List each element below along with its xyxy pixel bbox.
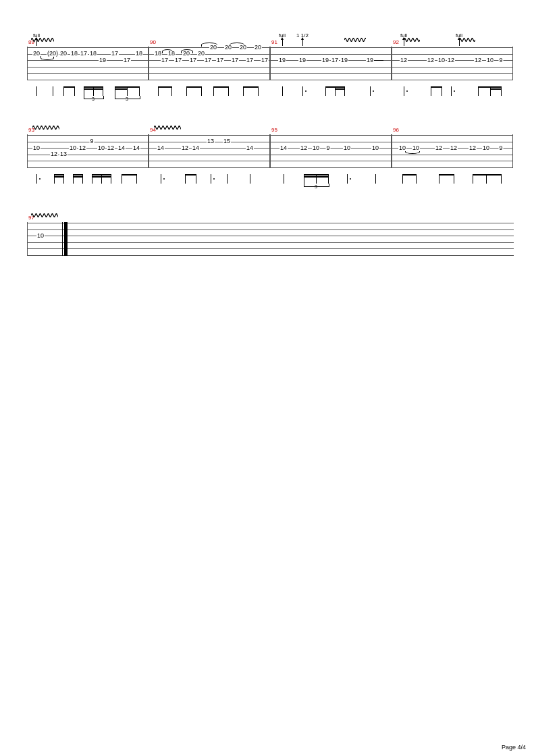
fret-number: 17 [111,51,119,57]
dot [213,178,215,180]
fret-number: 12 [50,151,58,157]
stem [451,86,452,96]
stem [139,86,140,96]
fret-number: 17 [204,57,212,63]
fret-number: 17 [161,57,169,63]
tuplet-number: 3 [126,97,128,101]
fret-number: 15 [223,138,231,144]
stem [158,86,159,96]
barline [512,134,513,168]
vibrato-mark [344,32,366,36]
stem [501,86,502,96]
measure-number: 95 [271,127,277,133]
fret-number: 17 [261,57,269,63]
stem [478,86,479,96]
stem [404,86,404,96]
fret-number: 14 [117,145,126,151]
fret-number: 18 [167,51,176,57]
fret-number: 20 [209,45,217,51]
fret-number: 12 [435,145,443,151]
fret-number: 12 [300,145,308,151]
fret-number: 12 [78,145,86,151]
beam [54,176,63,178]
beam [473,174,486,176]
fret-number: 20 [59,51,68,57]
beam [335,88,344,90]
stem [103,86,103,96]
tab-row: 89full20(20)2018171819171718339018171817… [27,34,514,115]
dot [406,90,408,92]
fret-number: 10 [312,145,320,151]
stem [347,174,348,184]
beam [304,174,328,176]
stem [442,86,442,96]
stem [431,86,431,96]
fret-number: 20 [197,51,205,57]
measure: 94141214131514 [149,135,270,167]
stem [227,174,228,184]
fret-number: 17 [123,57,131,63]
rhythm-row: 3 [270,174,392,188]
beam [92,174,111,176]
fret-number: (20) [47,51,59,57]
barline [27,222,28,256]
beam [439,174,454,176]
fret-number: 18 [135,51,143,57]
measure: 9710 [27,223,68,255]
beam [84,86,103,88]
beam [304,176,328,178]
measure: 95141210910103 [270,135,392,167]
beam [478,86,501,88]
fret-number: 9 [498,145,503,151]
beam [431,86,442,88]
stem [211,174,211,184]
barline [270,134,271,168]
stem [473,174,473,184]
stem [201,86,202,96]
fret-number: 14 [246,145,254,151]
stem [213,86,214,96]
stem [416,174,417,184]
fret-number: 19 [321,57,329,63]
stem [196,174,196,184]
stem [82,174,83,184]
fret-number: 19 [99,57,107,63]
dot [39,178,41,180]
stem [111,174,111,184]
measure-number: 91 [271,39,277,45]
fret-number: 13 [207,138,215,144]
rhythm-row [392,86,513,100]
fret-number: 20 [239,45,247,51]
vibrato-mark [32,120,59,124]
stem [136,174,137,184]
fret-number: 18 [154,51,162,57]
stem [302,86,303,96]
measure-number: 92 [393,39,399,45]
fret-number: 10 [371,145,379,151]
measure-number: 96 [393,127,399,133]
barline [27,134,28,168]
stem [250,174,250,184]
barline [149,134,149,168]
fret-number: 10 [32,145,41,151]
beam [158,86,171,88]
measure: 931012131012910121414 [27,135,149,167]
beam [402,174,416,176]
beam [73,174,82,176]
bend-arrow-icon [302,39,303,46]
fret-number: 14 [157,145,165,151]
rhythm-row [392,174,513,188]
stem [161,174,161,184]
fret-number: 12 [107,145,115,151]
fret-number: 10 [36,233,45,239]
stem [344,86,345,96]
stem [486,174,487,184]
measure: 92fullfull1212101212109 [392,47,513,80]
dot [163,178,165,180]
tuplet-number: 3 [315,184,317,189]
beam [63,86,74,88]
fret-number: 10 [486,57,494,63]
stem [402,174,403,184]
stem [454,174,454,184]
fret-number: 10 [398,145,406,151]
